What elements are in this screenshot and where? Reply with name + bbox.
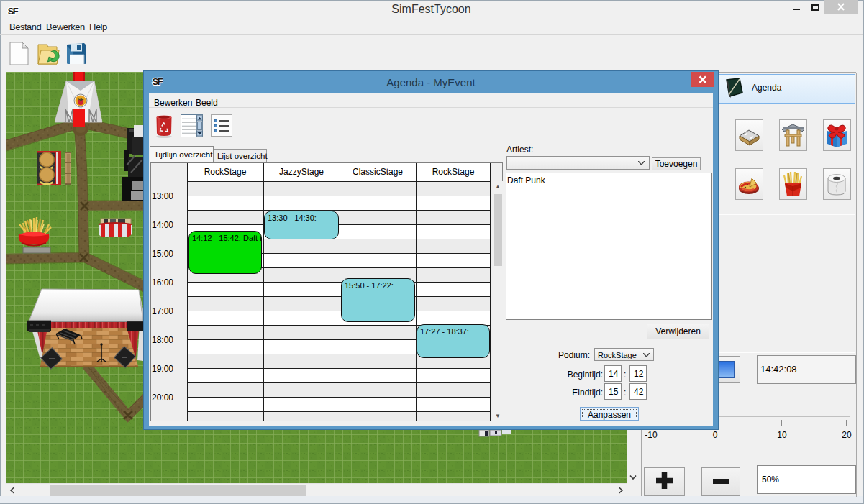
svg-text:SF: SF xyxy=(8,6,19,17)
svg-text:SF: SF xyxy=(153,76,163,87)
svg-text:SF: SF xyxy=(78,97,83,102)
